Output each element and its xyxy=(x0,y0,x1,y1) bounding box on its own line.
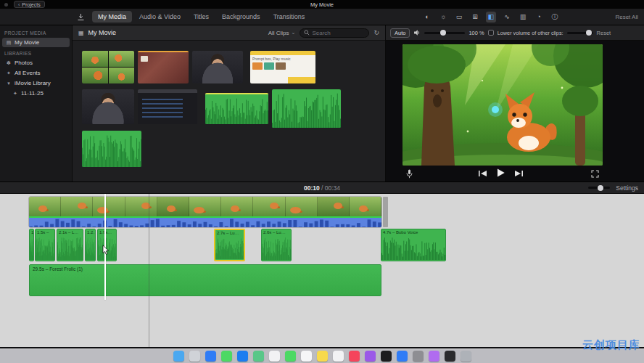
tab-transitions[interactable]: Transitions xyxy=(268,11,311,23)
waveform xyxy=(272,92,341,128)
waveform xyxy=(29,218,381,227)
import-media-button[interactable] xyxy=(77,13,85,21)
sidebar-item-all-events[interactable]: ✦ All Events xyxy=(2,68,70,78)
app-store-icon[interactable] xyxy=(397,351,408,362)
podcasts-icon[interactable] xyxy=(365,351,376,362)
timeline-zoom-slider[interactable] xyxy=(588,187,610,189)
system-settings-icon[interactable] xyxy=(413,351,424,362)
media-thumb-fox-clips[interactable] xyxy=(82,51,134,83)
fox-frame xyxy=(82,51,108,67)
trash-icon[interactable] xyxy=(461,351,471,362)
media-thumb-facecam-2[interactable] xyxy=(82,89,134,124)
calendar-icon[interactable] xyxy=(301,351,312,362)
media-thumb-audio-3[interactable] xyxy=(82,131,141,167)
fox-frame xyxy=(109,51,135,67)
timeline-audio-clip[interactable]: 2.6s – Lu… xyxy=(261,229,292,261)
slide-thumb-images xyxy=(250,61,315,71)
sidebar-item-imovie-library[interactable]: ▾ iMovie Library xyxy=(2,78,70,88)
terminal-icon[interactable] xyxy=(445,351,455,362)
waveform xyxy=(36,237,54,260)
waveform xyxy=(82,134,141,167)
sidebar: PROJECT MEDIA ▤ My Movie LIBRARIES ✽ Pho… xyxy=(0,25,73,182)
media-thumb-audio-1[interactable] xyxy=(205,93,268,124)
refresh-icon[interactable]: ↻ xyxy=(373,29,379,36)
timeline-audio-clip[interactable]: 1.5s – xyxy=(35,229,55,261)
grid-view-icon[interactable]: ▦ xyxy=(78,30,84,36)
timeline[interactable]: 1s1.5s –2.1s – L…1.2…1.9s…2.7s – Lu…2.6s… xyxy=(0,194,644,347)
timeline-audio-clip[interactable]: 2.1s – L… xyxy=(57,229,83,261)
volume-slider-knob[interactable] xyxy=(440,30,446,36)
sidebar-item-photos[interactable]: ✽ Photos xyxy=(2,58,70,68)
media-grid: Prompt box, Play music xyxy=(73,41,385,182)
timeline-audio-clip[interactable]: 2.7s – Lu… xyxy=(214,229,245,261)
play-icon xyxy=(497,168,505,177)
lower-volume-checkbox[interactable] xyxy=(488,30,494,36)
duck-slider-knob[interactable] xyxy=(586,30,592,36)
all-clips-filter[interactable]: All Clips ⌄ xyxy=(268,30,296,36)
search-input[interactable] xyxy=(312,30,363,36)
search-box[interactable] xyxy=(300,28,369,38)
crop-icon[interactable]: ▭ xyxy=(454,12,464,23)
imovie-icon[interactable] xyxy=(429,351,439,362)
media-thumb-code-editor[interactable] xyxy=(138,89,197,124)
tab-audio-video[interactable]: Audio & Video xyxy=(133,11,186,23)
info-icon[interactable]: ⓘ xyxy=(550,12,560,23)
skip-forward-button[interactable] xyxy=(514,167,524,180)
eq-icon[interactable]: ▥ xyxy=(518,12,528,23)
window-control-icon[interactable] xyxy=(4,3,8,7)
preview-video[interactable] xyxy=(402,44,603,166)
auto-volume-button[interactable]: Auto xyxy=(390,28,410,38)
clip-label: 2.1s – L… xyxy=(57,229,83,236)
duck-amount-slider[interactable] xyxy=(567,32,593,34)
reminders-icon[interactable] xyxy=(333,351,344,362)
speed-icon[interactable]: ◔ xyxy=(534,12,544,23)
media-thumb-slide[interactable]: Prompt box, Play music xyxy=(250,51,315,83)
notes-icon[interactable] xyxy=(317,351,328,362)
media-browser: ▦ My Movie All Clips ⌄ ↻ xyxy=(73,25,386,182)
skip-back-button[interactable] xyxy=(478,167,487,180)
play-button[interactable] xyxy=(497,167,505,180)
media-thumb-facecam[interactable] xyxy=(192,51,243,83)
fullscreen-button[interactable] xyxy=(591,170,599,178)
timeline-video-clip[interactable] xyxy=(29,197,381,227)
color-balance-icon[interactable]: ◐ xyxy=(422,12,432,23)
media-thumb-webpage[interactable] xyxy=(138,51,189,83)
video-clip-audio-track xyxy=(29,216,381,227)
messages-icon[interactable] xyxy=(221,351,232,362)
tv-icon[interactable] xyxy=(381,351,392,362)
noise-reduction-icon[interactable]: ∿ xyxy=(502,12,512,23)
sidebar-item-my-movie[interactable]: ▤ My Movie xyxy=(2,38,70,47)
zoom-slider-knob[interactable] xyxy=(598,185,603,191)
tab-titles[interactable]: Titles xyxy=(188,11,215,23)
color-correction-icon[interactable]: ☼ xyxy=(438,12,448,23)
clip-label: 1.9s… xyxy=(98,229,116,236)
clip-trim-handle[interactable] xyxy=(383,197,388,227)
volume-slider[interactable] xyxy=(424,32,465,34)
filmstrip-icon: ▤ xyxy=(6,40,12,46)
reset-all-button[interactable]: Reset All xyxy=(615,14,638,20)
timeline-music-clip[interactable]: 29.5s – Forest Frolic (1) xyxy=(29,264,381,296)
sidebar-item-event-11-11-25[interactable]: ✦ 11-11-25 xyxy=(2,89,70,98)
timeline-audio-clip[interactable]: 1.2… xyxy=(85,229,96,261)
timeline-settings-button[interactable]: Settings xyxy=(616,184,638,192)
tab-my-media[interactable]: My Media xyxy=(92,11,132,23)
stabilization-icon[interactable]: ⊞ xyxy=(470,12,480,23)
waveform xyxy=(205,97,268,124)
back-to-projects-button[interactable]: ‹ Projects xyxy=(14,1,45,8)
timeline-audio-clip[interactable]: 1s xyxy=(29,229,34,261)
safari-icon[interactable] xyxy=(205,351,216,362)
photos-icon: ✽ xyxy=(6,60,12,66)
launchpad-icon[interactable] xyxy=(189,351,200,362)
mail-icon[interactable] xyxy=(237,351,248,362)
timeline-audio-clip[interactable]: 4.7s – Bobo Voice xyxy=(381,229,446,261)
tab-backgrounds[interactable]: Backgrounds xyxy=(216,11,266,23)
finder-icon[interactable] xyxy=(173,351,184,362)
audio-reset-button[interactable]: Reset xyxy=(597,30,611,36)
facetime-icon[interactable] xyxy=(285,351,296,362)
photos-icon[interactable] xyxy=(269,351,280,362)
volume-icon[interactable]: ◧ xyxy=(486,12,496,23)
music-icon[interactable] xyxy=(349,351,360,362)
search-icon xyxy=(304,30,310,36)
maps-icon[interactable] xyxy=(253,351,264,362)
media-thumb-audio-2[interactable] xyxy=(272,89,341,128)
